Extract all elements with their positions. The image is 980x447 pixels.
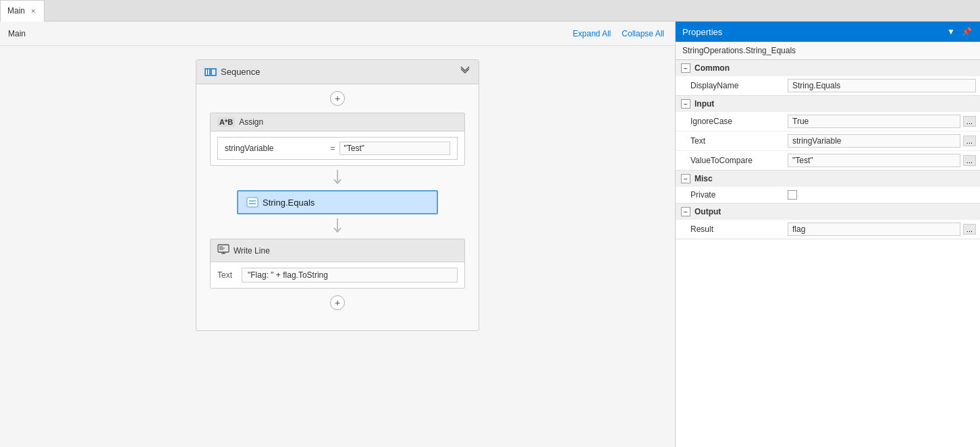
- section-common-collapse-icon[interactable]: −: [681, 63, 690, 73]
- properties-subtitle: StringOperations.String_Equals: [676, 42, 980, 60]
- prop-valuetocompare-ellipsis-btn[interactable]: ...: [963, 155, 976, 166]
- design-canvas[interactable]: Sequence + A*B Assign st: [0, 46, 675, 447]
- prop-name-result: Result: [676, 221, 784, 237]
- prop-row-displayname: DisplayName String.Equals: [676, 76, 980, 95]
- properties-header-actions: ▼ 📌: [946, 26, 973, 38]
- add-activity-bottom-btn[interactable]: +: [330, 295, 345, 310]
- assign-value[interactable]: "Test": [339, 142, 451, 155]
- prop-result-input[interactable]: flag: [788, 222, 960, 236]
- expand-all-button[interactable]: Expand All: [570, 28, 614, 40]
- prop-name-displayname: DisplayName: [676, 78, 784, 94]
- assign-title: Assign: [239, 117, 263, 127]
- properties-header: Properties ▼ 📌: [676, 22, 980, 42]
- breadcrumb: Main: [8, 29, 26, 38]
- write-line-block: Write Line Text "Flag: " + flag.ToString: [210, 239, 465, 289]
- collapse-all-button[interactable]: Collapse All: [619, 28, 667, 40]
- add-activity-top-btn[interactable]: +: [330, 91, 345, 106]
- assign-row: stringVariable = "Test": [217, 137, 458, 160]
- section-common-header[interactable]: − Common: [676, 60, 980, 76]
- prop-ignorecase-input[interactable]: True: [788, 115, 960, 128]
- prop-private-checkbox[interactable]: [788, 190, 797, 200]
- prop-row-text: Text stringVariable ...: [676, 131, 980, 151]
- assign-header: A*B Assign: [211, 113, 464, 131]
- prop-text-input[interactable]: stringVariable: [788, 134, 960, 148]
- prop-displayname-input[interactable]: String.Equals: [788, 79, 976, 92]
- prop-name-valuetocompare: ValueToCompare: [676, 152, 784, 169]
- write-line-header: Write Line: [211, 239, 464, 262]
- prop-value-text: stringVariable ...: [784, 131, 980, 150]
- designer-toolbar: Main Expand All Collapse All: [0, 22, 675, 46]
- section-misc: − Misc Private: [676, 171, 980, 204]
- toolbar-actions: Expand All Collapse All: [570, 28, 667, 40]
- string-equals-icon: [246, 196, 258, 208]
- section-input-collapse-icon[interactable]: −: [681, 99, 690, 109]
- section-output-label: Output: [695, 207, 721, 216]
- write-line-row: Text "Flag: " + flag.ToString: [217, 268, 458, 282]
- tab-close-btn[interactable]: ×: [29, 6, 37, 16]
- prop-name-ignorecase: IgnoreCase: [676, 113, 784, 129]
- sequence-icon: [205, 66, 217, 78]
- prop-ignorecase-ellipsis-btn[interactable]: ...: [963, 116, 976, 127]
- assign-variable[interactable]: stringVariable: [225, 144, 327, 153]
- section-output-header[interactable]: − Output: [676, 204, 980, 220]
- prop-row-valuetocompare: ValueToCompare "Test" ...: [676, 151, 980, 170]
- prop-row-ignorecase: IgnoreCase True ...: [676, 112, 980, 131]
- sequence-header: Sequence: [196, 60, 479, 84]
- write-line-title: Write Line: [234, 246, 270, 256]
- properties-panel: Properties ▼ 📌 StringOperations.String_E…: [675, 22, 980, 447]
- prop-result-ellipsis-btn[interactable]: ...: [963, 224, 976, 235]
- prop-value-result: flag ...: [784, 220, 980, 239]
- prop-text-ellipsis-btn[interactable]: ...: [963, 136, 976, 146]
- prop-row-private: Private: [676, 187, 980, 203]
- prop-value-valuetocompare: "Test" ...: [784, 151, 980, 170]
- sequence-label: Sequence: [221, 67, 261, 77]
- prop-value-private: [784, 187, 980, 202]
- tab-bar: Main ×: [0, 0, 980, 22]
- prop-row-result: Result flag ...: [676, 220, 980, 239]
- properties-header-title: Properties: [682, 27, 722, 37]
- prop-name-text: Text: [676, 133, 784, 149]
- section-input-label: Input: [695, 99, 714, 109]
- section-input: − Input IgnoreCase True ... Text stringV…: [676, 96, 980, 171]
- sequence-container: Sequence + A*B Assign st: [196, 59, 479, 331]
- main-container: Main Expand All Collapse All: [0, 22, 980, 447]
- prop-valuetocompare-input[interactable]: "Test": [788, 154, 960, 167]
- section-input-header[interactable]: − Input: [676, 96, 980, 112]
- prop-name-private: Private: [676, 187, 784, 203]
- tab-label: Main: [7, 6, 25, 16]
- prop-value-displayname: String.Equals: [784, 76, 980, 95]
- assign-block: A*B Assign stringVariable = "Test": [210, 113, 465, 166]
- section-common-label: Common: [695, 63, 730, 73]
- arrow-after-stringequals: [196, 217, 479, 236]
- prop-value-ignorecase: True ...: [784, 112, 980, 131]
- write-line-body: Text "Flag: " + flag.ToString: [211, 262, 464, 288]
- section-misc-header[interactable]: − Misc: [676, 171, 980, 187]
- properties-dropdown-btn[interactable]: ▼: [946, 26, 956, 38]
- section-misc-label: Misc: [695, 174, 713, 183]
- assign-icon: A*B: [217, 117, 235, 127]
- designer-area: Main Expand All Collapse All: [0, 22, 675, 447]
- sequence-collapse-btn[interactable]: [460, 65, 470, 78]
- string-equals-block[interactable]: String.Equals: [237, 190, 438, 214]
- svg-rect-4: [247, 198, 258, 207]
- sequence-title: Sequence: [205, 66, 261, 78]
- arrow-after-assign: [196, 169, 479, 187]
- write-line-icon: [217, 243, 229, 258]
- properties-body: − Common DisplayName String.Equals − Inp…: [676, 60, 980, 447]
- section-misc-collapse-icon[interactable]: −: [681, 174, 690, 183]
- svg-rect-1: [211, 69, 216, 76]
- main-tab[interactable]: Main ×: [0, 0, 45, 22]
- properties-pin-btn[interactable]: 📌: [960, 26, 973, 38]
- string-equals-label: String.Equals: [263, 198, 315, 208]
- assign-body: stringVariable = "Test": [211, 131, 464, 165]
- section-output-collapse-icon[interactable]: −: [681, 207, 690, 216]
- text-label: Text: [217, 270, 238, 280]
- text-value-input[interactable]: "Flag: " + flag.ToString: [242, 268, 458, 282]
- section-output: − Output Result flag ...: [676, 204, 980, 239]
- section-common: − Common DisplayName String.Equals: [676, 60, 980, 96]
- assign-equals: =: [331, 144, 335, 153]
